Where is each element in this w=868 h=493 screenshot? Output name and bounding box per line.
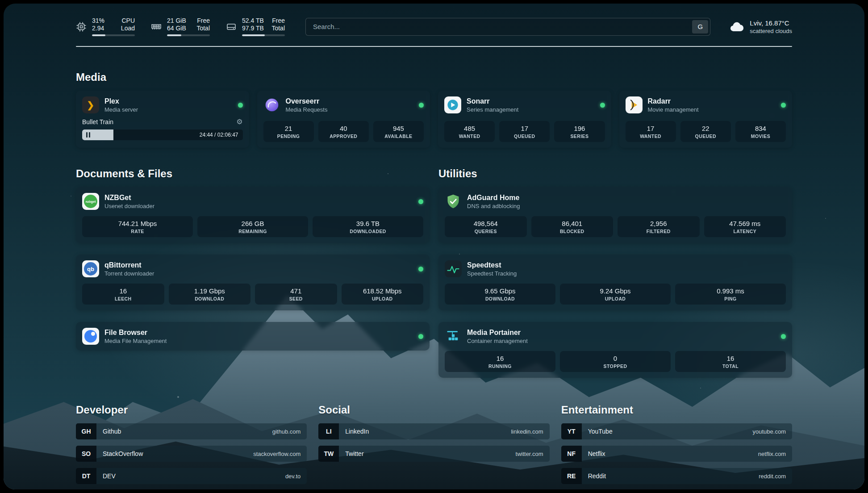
portainer-icon [445,328,462,345]
stat-value: 498,564 [447,220,525,227]
weather-location: Lviv, 16.87°C [750,19,792,27]
cpu-row-2: 2.94Load [92,25,135,32]
gear-icon[interactable]: ⚙ [236,118,242,125]
speedtest-icon [445,260,462,277]
stat-value: 471 [257,287,335,295]
app-name: Overseerr [286,97,328,105]
weather-widget: Lviv, 16.87°C scattered clouds [729,19,792,34]
search-provider-button[interactable]: G [692,20,708,33]
plex-icon: ❯ [82,96,99,113]
bookmark-abbr: LI [318,423,339,439]
stat-seed: 471SEED [255,284,337,305]
nzbget-logo-circle: nzbget [84,195,97,208]
stat-label: APPROVED [320,134,367,139]
app-card-sonarr[interactable]: Sonarr Series management 485WANTED 17QUE… [438,91,611,148]
search-input[interactable] [305,18,710,36]
cpu-widget: 31%CPU 2.94Load [76,17,135,36]
cpu-readouts: 31%CPU 2.94Load [92,17,135,36]
memory-icon [151,21,162,32]
sonarr-titles: Sonarr Series management [467,97,518,113]
status-dot [419,103,424,108]
weather-condition: scattered clouds [750,28,792,34]
stat-label: DOWNLOAD [171,296,249,301]
bookmark-linkedin[interactable]: LI LinkedIn linkedin.com [318,423,549,439]
stat-value: 22 [682,125,729,132]
header-divider [76,46,792,47]
qbittorrent-titles: qBittorrent Torrent downloader [104,261,154,277]
memory-free-label: Free [197,17,210,25]
stat-value: 40 [320,125,367,132]
playback-progress-bar[interactable]: 24:44 / 02:06:47 [82,130,243,140]
app-name: Sonarr [467,97,518,105]
stat-value: 744.21 Mbps [84,220,191,227]
stat-value: 86,401 [533,220,612,227]
cpu-label: CPU [121,17,135,25]
app-card-speedtest[interactable]: Speedtest Speedtest Tracking 9.65 GbpsDO… [438,255,792,310]
plex-titles: Plex Media server [104,97,138,113]
bookmark-group-entertainment: Entertainment YT YouTube youtube.com NF … [561,404,792,484]
overseerr-titles: Overseerr Media Requests [286,97,328,113]
status-dot [600,103,605,108]
app-card-qbittorrent[interactable]: qb qBittorrent Torrent downloader 16LEEC… [76,255,430,310]
disk-readouts: 52.4 TBFree 97.9 TBTotal [242,17,285,36]
stat-wanted: 485WANTED [444,121,495,142]
section-title-media: Media [76,71,792,84]
stat-stopped: 0STOPPED [560,351,671,372]
app-card-portainer[interactable]: Media Portainer Container management 16R… [438,322,792,378]
stat-value: 485 [446,125,493,132]
filebrowser-header: File Browser Media File Management [82,328,423,345]
bookmark-url: youtube.com [753,428,786,435]
app-description: Speedtest Tracking [467,270,517,277]
bookmark-name: StackOverflow [103,450,143,457]
section-title-entertainment: Entertainment [561,404,792,416]
now-playing-title: Bullet Train [82,118,113,125]
bookmark-github[interactable]: GH Github github.com [76,423,307,439]
bookmark-url: reddit.com [759,473,786,480]
bookmark-abbr: GH [76,423,96,439]
bookmark-name: LinkedIn [345,428,369,435]
bookmark-url: twitter.com [516,451,543,457]
stat-queued: 22QUEUED [680,121,731,142]
bookmark-netflix[interactable]: NF Netflix netflix.com [561,446,792,462]
stat-label: STOPPED [562,363,669,369]
stat-movies: 834MOVIES [735,121,786,142]
disk-free-value: 52.4 TB [242,17,264,25]
status-dot [238,103,243,108]
stat-value: 16 [447,355,554,362]
bookmark-dev[interactable]: DT DEV dev.to [76,468,307,484]
stat-upload: 9.24 GbpsUPLOAD [560,284,671,305]
stat-available: 945AVAILABLE [373,121,424,142]
stat-value: 16 [677,355,784,362]
now-playing-row: Bullet Train ⚙ [82,118,243,125]
bookmark-reddit[interactable]: RE Reddit reddit.com [561,468,792,484]
bookmark-group-social: Social LI LinkedIn linkedin.com TW Twitt… [318,404,549,484]
stat-value: 9.24 Gbps [562,287,669,295]
stat-value: 196 [556,125,603,132]
app-card-overseerr[interactable]: Overseerr Media Requests 21PENDING 40APP… [257,91,430,148]
pause-icon[interactable] [86,132,90,138]
search-container: G [305,18,710,36]
app-card-adguard[interactable]: AdGuard Home DNS and adblocking 498,564Q… [438,187,792,243]
plex-header: ❯ Plex Media server [82,96,243,113]
adguard-header: AdGuard Home DNS and adblocking [445,193,786,210]
app-name: AdGuard Home [467,193,520,202]
bookmark-twitter[interactable]: TW Twitter twitter.com [318,446,549,462]
bookmark-name: YouTube [588,428,613,435]
memory-free-value: 21 GiB [167,17,186,25]
app-card-nzbget[interactable]: nzbget NZBGet Usenet downloader 744.21 M… [76,187,430,243]
section-title-developer: Developer [76,404,307,416]
qbittorrent-icon: qb [82,260,99,277]
bookmark-stackoverflow[interactable]: SO StackOverflow stackoverflow.com [76,446,307,462]
bookmark-url: github.com [272,428,301,435]
status-dot [418,199,423,204]
section-title-documents: Documents & Files [76,167,430,180]
app-card-plex[interactable]: ❯ Plex Media server Bullet Train ⚙ [76,91,249,148]
bookmark-youtube[interactable]: YT YouTube youtube.com [561,423,792,439]
memory-widget: 21 GiBFree 64 GiBTotal [151,17,210,36]
qbittorrent-stats: 16LEECH 1.19 GbpsDOWNLOAD 471SEED 618.52… [82,284,423,305]
app-card-radarr[interactable]: Radarr Movie management 17WANTED 22QUEUE… [619,91,793,148]
stat-blocked: 86,401BLOCKED [531,216,613,237]
app-card-filebrowser[interactable]: File Browser Media File Management [76,322,430,351]
status-dot [781,103,786,108]
section-media: Media ❯ Plex Media server Bullet Train [76,71,792,148]
